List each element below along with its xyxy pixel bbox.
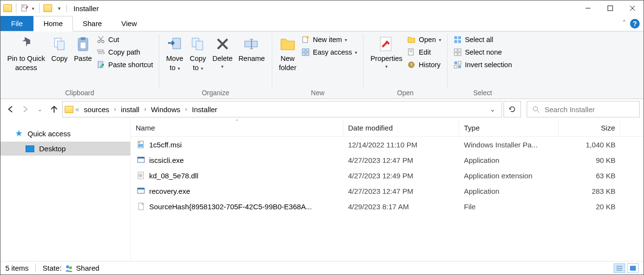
- paste-shortcut-button[interactable]: Paste shortcut: [97, 60, 153, 69]
- move-to-icon: [166, 35, 183, 53]
- svg-rect-15: [98, 52, 104, 54]
- rename-button[interactable]: Rename: [236, 33, 268, 65]
- file-size: 20 KB: [559, 203, 620, 211]
- address-bar[interactable]: « sources› install› Windows› Installer ⌄: [62, 101, 502, 117]
- file-icon: [137, 187, 145, 195]
- shared-icon: [65, 264, 73, 273]
- qat-dropdown-icon[interactable]: ▾: [31, 6, 35, 11]
- paste-shortcut-icon: [97, 60, 105, 69]
- edit-button[interactable]: Edit: [407, 48, 441, 57]
- search-input[interactable]: [545, 105, 634, 114]
- paste-button[interactable]: Paste: [71, 33, 95, 65]
- file-row[interactable]: recovery.exe4/27/2023 12:47 PMApplicatio…: [131, 183, 644, 199]
- file-name: kd_08_5e78.dll: [149, 172, 198, 180]
- title-dropdown-icon[interactable]: ▾: [54, 5, 64, 12]
- search-icon: [532, 105, 540, 113]
- sidebar-item-desktop[interactable]: Desktop: [0, 142, 130, 156]
- svg-point-10: [98, 41, 100, 43]
- select-all-button[interactable]: Select all: [453, 35, 512, 44]
- file-date: 4/27/2023 12:49 PM: [343, 172, 459, 180]
- breadcrumb-item[interactable]: sources: [81, 105, 112, 114]
- cut-button[interactable]: Cut: [97, 35, 153, 44]
- search-box[interactable]: [527, 101, 640, 117]
- easy-access-icon: [301, 48, 310, 57]
- svg-rect-6: [57, 41, 64, 50]
- svg-rect-53: [139, 144, 143, 147]
- svg-rect-56: [138, 157, 144, 159]
- title-bar: ▾ ▾ | Installer: [0, 0, 644, 16]
- star-icon: ★: [15, 128, 23, 139]
- back-button[interactable]: [4, 102, 17, 116]
- file-name: iscsicli.exe: [149, 156, 184, 164]
- file-row[interactable]: iscsicli.exe4/27/2023 12:47 PMApplicatio…: [131, 152, 644, 168]
- svg-rect-61: [138, 188, 144, 189]
- refresh-button[interactable]: [504, 101, 521, 117]
- sidebar-item-quick-access[interactable]: ★ Quick access: [0, 125, 130, 142]
- minimize-button[interactable]: [577, 1, 599, 15]
- column-header-date[interactable]: Date modified: [343, 119, 459, 136]
- sidebar-label: Quick access: [28, 130, 70, 138]
- window-title: Installer: [70, 4, 99, 13]
- column-header-name[interactable]: ˄Name: [131, 119, 343, 136]
- history-button[interactable]: History: [407, 60, 441, 69]
- ribbon: Pin to Quickaccess Copy Paste Cut Copy p…: [0, 31, 644, 99]
- svg-rect-9: [80, 42, 86, 49]
- copy-path-button[interactable]: Copy path: [97, 48, 153, 57]
- properties-button[interactable]: Properties▾: [367, 33, 405, 72]
- svg-rect-45: [458, 53, 461, 56]
- invert-selection-icon: [453, 60, 462, 69]
- new-folder-icon: [279, 35, 296, 53]
- close-button[interactable]: [621, 1, 644, 15]
- address-dropdown-icon[interactable]: ⌄: [486, 105, 500, 114]
- large-icons-view-button[interactable]: [627, 263, 639, 273]
- maximize-button[interactable]: [599, 1, 621, 15]
- invert-selection-button[interactable]: Invert selection: [453, 60, 512, 69]
- help-icon[interactable]: ?: [630, 19, 640, 29]
- delete-icon: [214, 35, 231, 53]
- open-button[interactable]: Open ▾: [407, 35, 441, 44]
- file-row[interactable]: kd_08_5e78.dll4/27/2023 12:49 PMApplicat…: [131, 168, 644, 183]
- svg-rect-2: [608, 6, 613, 11]
- copy-to-button[interactable]: Copyto ▾: [186, 33, 210, 74]
- column-header-type[interactable]: Type: [459, 119, 559, 136]
- breadcrumb-item[interactable]: Installer: [189, 105, 221, 114]
- column-header-size[interactable]: Size: [559, 119, 620, 136]
- svg-rect-40: [454, 40, 457, 43]
- pin-to-quick-access-button[interactable]: Pin to Quickaccess: [4, 33, 48, 74]
- svg-rect-68: [630, 266, 636, 271]
- svg-text:✦: ✦: [307, 36, 308, 39]
- share-tab[interactable]: Share: [73, 16, 112, 31]
- breadcrumb-item[interactable]: Windows: [148, 105, 183, 114]
- details-view-button[interactable]: [614, 263, 625, 273]
- view-tab[interactable]: View: [112, 16, 146, 31]
- new-folder-button[interactable]: Newfolder: [276, 33, 299, 74]
- state-value: Shared: [76, 264, 99, 272]
- organize-group-label: Organize: [163, 88, 268, 99]
- recent-locations-button[interactable]: ⌄: [33, 102, 46, 116]
- status-bar: 5 items State: Shared: [0, 261, 644, 275]
- forward-button[interactable]: [19, 102, 31, 116]
- up-button[interactable]: [48, 102, 60, 116]
- svg-point-64: [69, 266, 72, 269]
- file-date: 4/27/2023 12:47 PM: [343, 156, 459, 164]
- new-item-button[interactable]: ✦New item ▾: [301, 35, 357, 44]
- home-tab[interactable]: Home: [33, 16, 73, 31]
- easy-access-button[interactable]: Easy access ▾: [301, 48, 357, 57]
- svg-rect-48: [454, 65, 457, 68]
- move-to-button[interactable]: Moveto ▾: [163, 33, 186, 74]
- file-name: recovery.exe: [149, 187, 190, 195]
- file-row[interactable]: SourceHash{89581302-705F-42C5-99B0-E368A…: [131, 199, 644, 214]
- qat-separator: [39, 3, 40, 13]
- select-none-button[interactable]: Select none: [453, 48, 512, 57]
- folder-qat-icon[interactable]: [3, 4, 12, 12]
- delete-button[interactable]: Delete▾: [210, 33, 236, 72]
- new-item-icon: ✦: [301, 35, 310, 44]
- file-tab[interactable]: File: [0, 16, 33, 31]
- breadcrumb-item[interactable]: install: [118, 105, 142, 114]
- svg-rect-31: [302, 53, 305, 56]
- copy-button[interactable]: Copy: [48, 33, 71, 65]
- properties-qat-icon[interactable]: [20, 4, 29, 13]
- pin-icon: [17, 35, 35, 53]
- collapse-ribbon-icon[interactable]: ˄: [622, 19, 626, 28]
- file-row[interactable]: 1c5cff.msi12/14/2022 11:10 PMWindows Ins…: [131, 137, 644, 152]
